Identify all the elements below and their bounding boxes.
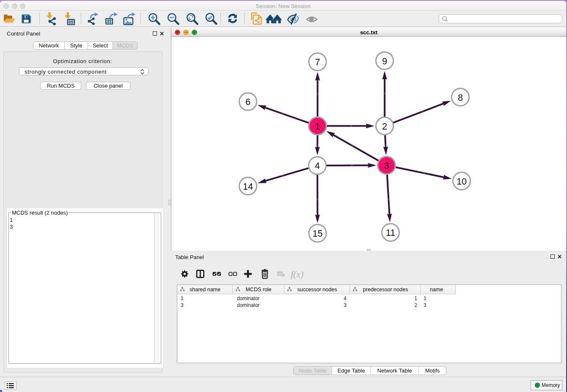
svg-text:predecessor nodes: predecessor nodes xyxy=(363,287,408,293)
svg-text:2: 2 xyxy=(382,121,387,132)
svg-text:14: 14 xyxy=(243,182,253,192)
svg-text:15: 15 xyxy=(313,229,323,239)
svg-text:3: 3 xyxy=(384,161,389,171)
svg-text:8: 8 xyxy=(458,93,463,103)
svg-text:f(x): f(x) xyxy=(291,269,304,279)
svg-text:MCDS role: MCDS role xyxy=(245,287,271,293)
svg-text:name: name xyxy=(430,287,443,293)
svg-text:9: 9 xyxy=(382,56,387,66)
svg-text:10: 10 xyxy=(457,177,467,187)
svg-text:1: 1 xyxy=(315,121,320,132)
svg-text:7: 7 xyxy=(315,57,320,67)
svg-text:11: 11 xyxy=(386,228,395,238)
svg-text:4: 4 xyxy=(315,161,320,171)
svg-text:6: 6 xyxy=(245,97,250,107)
svg-text:successor nodes: successor nodes xyxy=(297,287,337,293)
svg-text:shared name: shared name xyxy=(190,287,220,293)
